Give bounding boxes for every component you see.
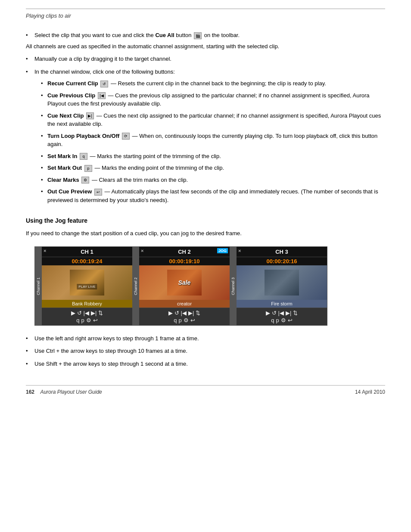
channel-2-name: CH 2 (178, 249, 191, 255)
channel-1-ctrl-row1: ▶ ↺ |◀ ▶| ⇅ (71, 310, 103, 316)
ch1-next-btn[interactable]: ▶| (91, 310, 97, 316)
ch1-loop-btn[interactable]: ⇅ (98, 310, 103, 316)
ch3-loop-btn[interactable]: ⇅ (293, 310, 298, 316)
cue-all-indent: All channels are cued as specified in th… (26, 42, 385, 51)
channel-2-ctrl-row2: q p ⚙ ↩ (174, 317, 195, 324)
clear-marks-icon: ⚙ (81, 177, 89, 184)
ch3-mark-in-btn[interactable]: q (271, 317, 274, 324)
channel-2-wrapper: Channel 2 × CH 2 JOG 00:00:19:10 Sale cr… (132, 247, 230, 325)
sub-bullet-out-cue: Out Cue Preview ↩ — Automatically plays … (34, 187, 385, 204)
jog-bullet-list: Use the left and right arrow keys to ste… (26, 334, 385, 368)
ch2-outcue-btn[interactable]: ↩ (190, 317, 195, 324)
page-footer: 162 Aurora Playout User Guide14 April 20… (26, 385, 385, 395)
channel-3-ctrl-row1: ▶ ↺ |◀ ▶| ⇅ (266, 310, 298, 316)
channel-2-clip-name: creator (139, 300, 230, 308)
channel-2-ctrl-row1: ▶ ↺ |◀ ▶| ⇅ (168, 310, 201, 316)
channel-3-ctrl-row2: q p ⚙ ↩ (271, 317, 292, 324)
jog-bullet-3: Use Shift + the arrow keys to step throu… (26, 360, 385, 368)
mark-in-icon: q (80, 153, 87, 160)
recue-icon: ↺ (100, 81, 108, 87)
bullet-cue-all: Select the clip that you want to cue and… (26, 31, 385, 50)
channel-3-timecode: 00:00:20:16 (237, 257, 327, 265)
channel-2-thumb-inner: Sale (167, 270, 202, 296)
channel-3-vert-label: Channel 3 (230, 247, 237, 325)
jog-section-heading: Using the Jog feature (26, 217, 385, 224)
page-number: 162 Aurora Playout User Guide (26, 389, 102, 395)
ch3-clear-btn[interactable]: ⚙ (281, 317, 286, 324)
page-section-title: Playing clips to air (26, 9, 385, 22)
intro-bullet-list: Select the clip that you want to cue and… (26, 31, 385, 204)
footer-date: 14 April 2010 (355, 389, 385, 395)
channel-1-clip-name: Bank Robbery (42, 300, 132, 308)
channel-3-controls: ▶ ↺ |◀ ▶| ⇅ q p ⚙ ↩ (237, 308, 327, 325)
channel-1-controls: ▶ ↺ |◀ ▶| ⇅ q p ⚙ ↩ (42, 308, 132, 325)
channel-1-thumb-inner: PLAY LIVE (70, 270, 104, 296)
channel-2-controls: ▶ ↺ |◀ ▶| ⇅ q p ⚙ ↩ (139, 308, 230, 325)
ch1-mark-out-btn[interactable]: p (81, 317, 84, 324)
channel-3-close[interactable]: × (238, 248, 241, 253)
channel-1-timecode: 00:00:19:24 (42, 257, 132, 265)
sub-bullet-recue: Recue Current Clip ↺ — Resets the curren… (34, 79, 385, 88)
ch1-outcue-btn[interactable]: ↩ (93, 317, 98, 324)
channel-3-name: CH 3 (275, 249, 288, 255)
ch1-mark-in-btn[interactable]: q (76, 317, 79, 324)
ch3-mark-out-btn[interactable]: p (276, 317, 279, 324)
bullet-manual-cue: Manually cue a clip by dragging it to th… (26, 55, 385, 63)
channel-1-header: × CH 1 (42, 247, 132, 257)
ch2-recue-btn[interactable]: ↺ (174, 310, 179, 316)
channel-2-box: × CH 2 JOG 00:00:19:10 Sale creator ▶ ↺ … (139, 247, 230, 325)
cue-prev-icon: |◀ (98, 92, 106, 99)
jog-bullet-2: Use Ctrl + the arrow keys to step throug… (26, 347, 385, 355)
sub-bullet-cue-prev: Cue Previous Clip |◀ — Cues the previous… (34, 91, 385, 108)
jog-badge: JOG (217, 248, 228, 253)
channel-1-close[interactable]: × (44, 248, 46, 253)
ch1-recue-btn[interactable]: ↺ (77, 310, 82, 316)
ch2-prev-btn[interactable]: |◀ (181, 310, 187, 316)
mark-out-icon: p (84, 165, 92, 172)
bullet-channel-window: In the channel window, click one of the … (26, 68, 385, 205)
ch1-play-btn[interactable]: ▶ (71, 310, 75, 316)
out-cue-icon: ↩ (94, 189, 102, 196)
channel-2-vert-label: Channel 2 (132, 247, 139, 325)
ch2-play-btn[interactable]: ▶ (168, 310, 173, 316)
ch2-clear-btn[interactable]: ⚙ (184, 317, 189, 324)
sub-bullet-mark-out: Set Mark Out p — Marks the ending point … (34, 164, 385, 172)
channel-2-thumb: Sale (139, 265, 230, 300)
loop-icon: ⟳ (122, 133, 130, 140)
ch2-loop-btn[interactable]: ⇅ (196, 310, 200, 316)
sub-bullet-clear-marks: Clear Marks ⚙ — Clears all the trim mark… (34, 176, 385, 184)
channel-3-thumb-inner (265, 270, 299, 296)
ch3-play-btn[interactable]: ▶ (266, 310, 270, 316)
sub-bullet-list: Recue Current Clip ↺ — Resets the curren… (34, 79, 385, 204)
ch3-outcue-btn[interactable]: ↩ (288, 317, 293, 324)
channel-2-close[interactable]: × (141, 248, 143, 253)
ch3-next-btn[interactable]: ▶| (286, 310, 291, 316)
sub-bullet-loop: Turn Loop Playback On/Off ⟳ — When on, c… (34, 132, 385, 149)
channel-1-ctrl-row2: q p ⚙ ↩ (76, 317, 97, 324)
jog-bullet-1: Use the left and right arrow keys to ste… (26, 334, 385, 343)
cue-next-icon: ▶| (86, 112, 94, 119)
ch3-prev-btn[interactable]: |◀ (278, 310, 284, 316)
jog-intro-text: If you need to change the start position… (26, 229, 385, 238)
channel-3-thumb (237, 265, 327, 300)
ch1-prev-btn[interactable]: |◀ (84, 310, 89, 316)
channels-container: Channel 1 × CH 1 00:00:19:24 PLAY LIVE B… (34, 246, 327, 326)
ch2-mark-out-btn[interactable]: p (179, 317, 182, 324)
channel-2-timecode: 00:00:19:10 (139, 257, 230, 265)
ch3-recue-btn[interactable]: ↺ (272, 310, 277, 316)
sub-bullet-mark-in: Set Mark In q — Marks the starting point… (34, 152, 385, 161)
ch2-next-btn[interactable]: ▶| (188, 310, 194, 316)
ch2-mark-in-btn[interactable]: q (174, 317, 177, 324)
cue-all-icon: 🎬 (194, 32, 202, 39)
channel-1-vert-label: Channel 1 (35, 247, 42, 325)
channel-1-wrapper: Channel 1 × CH 1 00:00:19:24 PLAY LIVE B… (35, 247, 132, 325)
channel-1-thumb: PLAY LIVE (42, 265, 132, 300)
sub-bullet-cue-next: Cue Next Clip ▶| — Cues the next clip as… (34, 112, 385, 128)
channel-1-name: CH 1 (81, 249, 93, 255)
channel-1-box: × CH 1 00:00:19:24 PLAY LIVE Bank Robber… (42, 247, 132, 325)
channel-3-wrapper: Channel 3 × CH 3 00:00:20:16 Fire storm … (230, 247, 327, 325)
channel-3-box: × CH 3 00:00:20:16 Fire storm ▶ ↺ |◀ ▶| … (237, 247, 327, 325)
channel-3-clip-name: Fire storm (237, 300, 327, 308)
ch1-clear-btn[interactable]: ⚙ (86, 317, 91, 324)
channel-3-header: × CH 3 (237, 247, 327, 257)
